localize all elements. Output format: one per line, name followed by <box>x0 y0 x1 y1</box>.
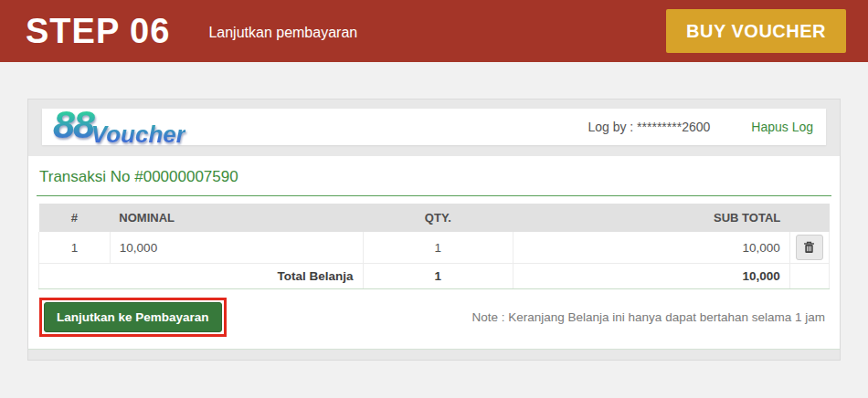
row-number: 1 <box>39 232 111 264</box>
col-header-qty: QTY. <box>363 204 513 232</box>
col-header-actions <box>789 204 829 232</box>
step-description: Lanjutkan pembayaran <box>208 25 357 41</box>
buy-voucher-button[interactable]: BUY VOUCHER <box>666 9 846 53</box>
total-row: Total Belanja 1 10,000 <box>39 264 830 289</box>
logo-88: 88 <box>53 102 93 146</box>
total-label: Total Belanja <box>39 264 364 289</box>
row-subtotal: 10,000 <box>513 232 789 264</box>
step-title: STEP 06 <box>26 14 170 48</box>
annotation-highlight-box: Lanjutkan ke Pembayaran <box>39 298 227 337</box>
trash-icon <box>803 241 815 254</box>
total-qty: 1 <box>363 264 513 289</box>
row-nominal: 10,000 <box>110 232 363 264</box>
total-subtotal: 10,000 <box>513 264 789 289</box>
logo-88voucher[interactable]: 88Voucher <box>53 105 185 146</box>
cart-table: # NOMINAL QTY. SUB TOTAL 1 10,000 1 10,0… <box>38 204 830 289</box>
proceed-payment-button[interactable]: Lanjutkan ke Pembayaran <box>44 302 222 332</box>
row-qty: 1 <box>363 232 513 264</box>
logo-bar: 88Voucher Log by : *********2600 Hapus L… <box>42 109 826 145</box>
table-row: 1 10,000 1 10,000 <box>39 232 830 264</box>
col-header-subtotal: SUB TOTAL <box>513 204 789 232</box>
step-banner: STEP 06 Lanjutkan pembayaran BUY VOUCHER <box>0 0 868 62</box>
transaction-panel: Transaksi No #00000007590 # NOMINAL QTY.… <box>28 156 840 350</box>
table-header-row: # NOMINAL QTY. SUB TOTAL <box>39 204 830 232</box>
delete-item-button[interactable] <box>796 235 823 260</box>
panel-footer: Lanjutkan ke Pembayaran Note : Keranjang… <box>34 289 834 349</box>
row-actions-cell <box>789 232 829 264</box>
title-divider <box>37 195 831 196</box>
col-header-nominal: NOMINAL <box>110 204 363 232</box>
logo-voucher: Voucher <box>91 120 185 148</box>
voucher-card: 88Voucher Log by : *********2600 Hapus L… <box>27 99 841 361</box>
cart-note: Note : Keranjang Belanja ini hanya dapat… <box>471 310 829 324</box>
col-header-number: # <box>39 204 111 232</box>
transaction-title: Transaksi No #00000007590 <box>34 160 834 195</box>
hapus-log-link[interactable]: Hapus Log <box>751 120 813 134</box>
log-by-text: Log by : *********2600 <box>587 120 710 134</box>
total-actions-cell <box>789 264 829 289</box>
